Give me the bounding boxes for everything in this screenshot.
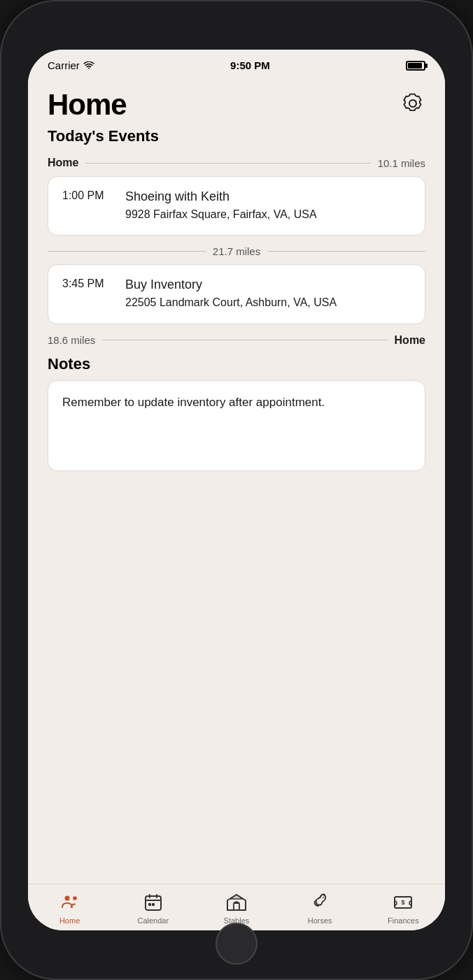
tab-label-home: Home: [59, 916, 80, 925]
event-address-2: 22505 Landmark Court, Ashburn, VA, USA: [125, 295, 411, 310]
event-address-1: 9928 Fairfax Square, Fairfax, VA, USA: [125, 207, 411, 222]
horses-tab-icon: [309, 891, 331, 914]
horses-icon: [309, 892, 330, 913]
settings-icon: [400, 91, 425, 116]
event-title-1: Shoeing with Keith: [125, 189, 411, 204]
event-row-1: 1:00 PM Shoeing with Keith 9928 Fairfax …: [62, 189, 411, 222]
tab-label-calendar: Calendar: [137, 916, 169, 925]
event-details-1: Shoeing with Keith 9928 Fairfax Square, …: [125, 189, 411, 222]
page-header: Home: [48, 88, 425, 122]
tab-horses[interactable]: Horses: [292, 891, 348, 925]
distance-line-end: [102, 340, 387, 340]
event-time-1: 1:00 PM: [62, 189, 113, 202]
notes-card[interactable]: Remember to update inventory after appoi…: [48, 380, 425, 471]
mid-distance-row: 21.7 miles: [48, 245, 425, 257]
home-button[interactable]: [216, 923, 257, 965]
distance-line-start: [85, 163, 370, 164]
event-details-2: Buy Inventory 22505 Landmark Court, Ashb…: [125, 278, 411, 310]
end-distance-row: 18.6 miles Home: [48, 334, 425, 347]
tab-finances[interactable]: $ Finances: [375, 891, 431, 925]
event-card-1[interactable]: 1:00 PM Shoeing with Keith 9928 Fairfax …: [48, 176, 425, 236]
mid-miles: 21.7 miles: [213, 245, 260, 257]
calendar-icon: [143, 892, 164, 913]
stables-icon: [226, 892, 247, 913]
svg-point-1: [73, 896, 77, 900]
event-row-2: 3:45 PM Buy Inventory 22505 Landmark Cou…: [62, 278, 411, 310]
battery-icon: [406, 61, 425, 71]
svg-rect-6: [148, 903, 151, 906]
status-time: 9:50 PM: [230, 59, 270, 71]
status-bar: Carrier 9:50 PM: [28, 50, 445, 77]
event-card-2[interactable]: 3:45 PM Buy Inventory 22505 Landmark Cou…: [48, 264, 425, 324]
tab-label-horses: Horses: [308, 916, 332, 925]
start-label: Home: [48, 157, 78, 169]
home-tab-icon: [59, 891, 81, 914]
calendar-tab-icon: [142, 891, 164, 914]
phone-screen: Carrier 9:50 PM Home: [28, 50, 445, 930]
svg-point-0: [64, 896, 69, 901]
carrier-info: Carrier: [48, 59, 94, 71]
wifi-icon: [83, 62, 94, 70]
distance-line-mid-left: [48, 251, 206, 252]
tab-calendar[interactable]: Calendar: [125, 891, 181, 925]
notes-content: Remember to update inventory after appoi…: [62, 394, 411, 412]
finances-tab-icon: $: [392, 891, 414, 914]
tab-stables[interactable]: Stables: [209, 891, 264, 925]
svg-text:$: $: [402, 899, 405, 906]
content-area: Home Today's Events Home 10.1 miles: [28, 77, 445, 884]
notes-title: Notes: [48, 355, 425, 373]
settings-button[interactable]: [400, 91, 425, 119]
carrier-label: Carrier: [48, 59, 80, 71]
tab-label-finances: Finances: [388, 916, 419, 925]
finances-icon: $: [393, 892, 414, 913]
svg-rect-10: [234, 903, 239, 910]
todays-events-title: Today's Events: [48, 127, 425, 145]
end-label: Home: [395, 334, 425, 347]
event-title-2: Buy Inventory: [125, 278, 411, 292]
svg-rect-7: [152, 903, 155, 906]
end-miles: 18.6 miles: [48, 334, 95, 346]
distance-line-mid-right: [267, 251, 425, 252]
start-miles: 10.1 miles: [378, 157, 425, 169]
page-title: Home: [48, 88, 127, 122]
stables-tab-icon: [225, 891, 248, 914]
event-time-2: 3:45 PM: [62, 278, 113, 290]
svg-point-11: [323, 897, 324, 898]
phone-shell: Carrier 9:50 PM Home: [0, 0, 473, 980]
tab-home[interactable]: Home: [42, 891, 98, 925]
start-distance-row: Home 10.1 miles: [48, 157, 425, 169]
home-icon: [59, 892, 80, 913]
